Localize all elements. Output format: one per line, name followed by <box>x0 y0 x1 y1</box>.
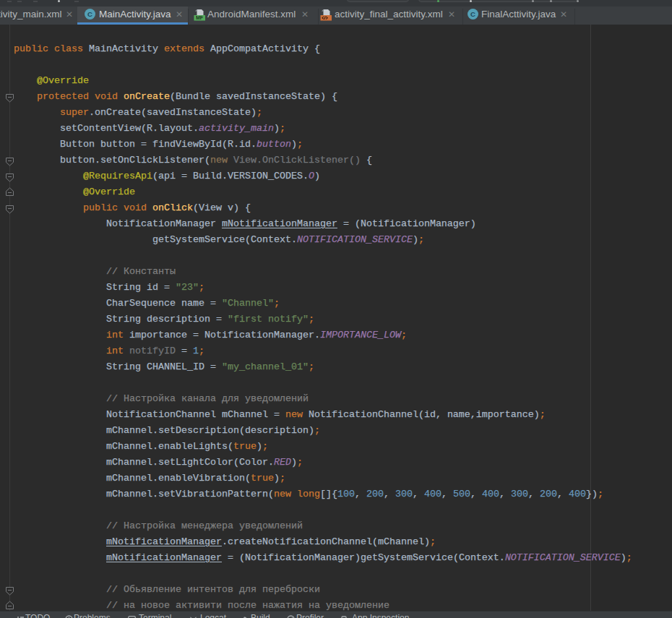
svg-text:MF: MF <box>196 15 204 20</box>
